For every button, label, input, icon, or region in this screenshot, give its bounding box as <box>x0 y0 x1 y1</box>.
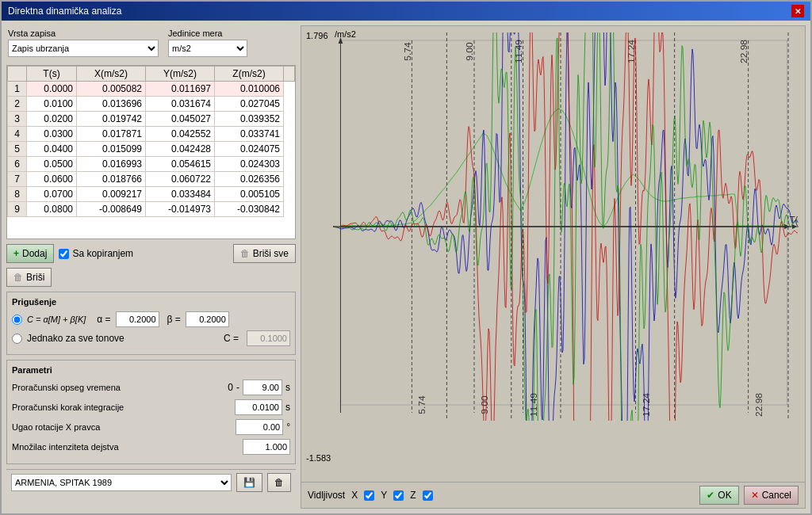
brisi-sve-button[interactable]: 🗑 Briši sve <box>233 244 296 263</box>
z-vis-label: Z <box>410 490 416 501</box>
ugao-input[interactable] <box>236 419 283 435</box>
save-bottom-button[interactable]: 💾 <box>236 473 262 492</box>
table-row[interactable]: 30.02000.0197420.0450270.039352 <box>8 112 295 127</box>
c-label: C = <box>224 333 239 344</box>
title-bar: Direktna dinamička analiza ✕ <box>2 2 810 21</box>
y-visibility-checkbox[interactable] <box>393 490 404 501</box>
sa-kopiranjem-checkbox[interactable] <box>59 249 69 259</box>
ugao-row: Ugao rotacije X pravca ° <box>12 419 290 435</box>
ok-icon: ✔ <box>707 490 714 501</box>
mnozilac-row: Množilac intenziteta dejstva <box>12 439 290 455</box>
alpha-input[interactable] <box>116 311 159 327</box>
col-y: Y(m/s2) <box>146 67 215 82</box>
opseg-to-input[interactable] <box>243 380 282 395</box>
c-input <box>247 330 290 346</box>
sa-kopiranjem-row: Sa kopiranjem <box>59 248 133 259</box>
main-content: Vrsta zapisa Zapis ubrzanja Jedinice mer… <box>2 21 810 513</box>
buttons-row: + Dodaj Sa kopiranjem 🗑 Briši sve <box>6 244 296 263</box>
ok-button[interactable]: ✔ OK <box>699 486 738 505</box>
parametri-section: Parametri Proračunski opseg vremena 0 - … <box>6 360 296 464</box>
cancel-label: Cancel <box>762 490 791 501</box>
brisi-row: 🗑 Briši <box>6 268 296 287</box>
delete-bottom-icon: 🗑 <box>274 477 284 488</box>
mnozilac-input[interactable] <box>243 439 290 455</box>
jedinice-mera-select[interactable]: m/s2 <box>168 40 247 57</box>
formula-row: C = α[M] + β[K] α = β = <box>12 311 290 327</box>
table-row[interactable]: 60.05000.0169930.0546150.024303 <box>8 157 295 172</box>
vrsta-zapisa-select[interactable]: Zapis ubrzanja <box>8 40 159 57</box>
beta-input[interactable] <box>186 311 229 327</box>
window-title: Direktna dinamička analiza <box>8 6 121 17</box>
mnozilac-label: Množilac intenziteta dejstva <box>12 442 243 452</box>
jednako-row: Jednako za sve tonove C = <box>12 330 290 346</box>
cancel-button[interactable]: ✕ Cancel <box>744 486 799 505</box>
table-row[interactable]: 80.07000.0092170.0334840.005105 <box>8 187 295 202</box>
right-panel: /m/s2 1.796 -1.583 <box>301 25 806 509</box>
korak-unit: s <box>285 402 290 413</box>
brisi-sve-icon: 🗑 <box>240 248 250 259</box>
korak-label: Proračunski korak integracije <box>12 402 235 412</box>
sa-kopiranjem-label: Sa kopiranjem <box>72 248 133 259</box>
x-vis-label: X <box>351 490 358 501</box>
opseg-from: 0 <box>228 382 233 393</box>
alpha-label: α = <box>97 314 110 325</box>
cancel-icon: ✕ <box>751 490 759 501</box>
vrsta-zapisa-label: Vrsta zapisa <box>8 29 159 38</box>
table-body: 10.00000.0050820.0116970.01000620.01000.… <box>8 82 295 217</box>
opseg-unit: s <box>285 382 290 393</box>
ok-cancel-bar: ✔ OK ✕ Cancel <box>699 486 799 505</box>
beta-label: β = <box>167 314 181 325</box>
z-visibility-checkbox[interactable] <box>423 490 433 501</box>
korak-input[interactable] <box>235 399 282 415</box>
data-table: T(s) X(m/s2) Y(m/s2) Z(m/s2) 10.00000.00… <box>7 66 295 217</box>
y-vis-label: Y <box>381 490 387 501</box>
close-button[interactable]: ✕ <box>791 5 804 17</box>
earthquake-select[interactable]: ARMENIA, SPITAK 1989 <box>11 474 232 491</box>
opseg-label: Proračunski opseg vremena <box>12 383 228 392</box>
delete-bottom-button[interactable]: 🗑 <box>267 473 291 492</box>
brisi-label: Briši <box>26 272 44 283</box>
visibility-label: Vidljivost <box>308 490 345 501</box>
ugao-label: Ugao rotacije X pravca <box>12 422 236 432</box>
table-row[interactable]: 70.06000.0187660.0607220.026356 <box>8 172 295 187</box>
col-t: T(s) <box>27 67 77 82</box>
table-row[interactable]: 90.0800-0.008649-0.014973-0.030842 <box>8 202 295 217</box>
x-visibility-checkbox[interactable] <box>364 490 374 501</box>
jedinice-mera-label: Jedinice mera <box>168 29 247 38</box>
formula-radio[interactable] <box>12 315 22 325</box>
jedinice-mera-group: Jedinice mera m/s2 <box>168 29 247 57</box>
ugao-inputs: ° <box>236 419 290 435</box>
jednako-label: Jednako za sve tonove <box>27 333 124 344</box>
prigusenje-title: Prigušenje <box>12 297 290 307</box>
y-max-label: 1.796 <box>306 31 328 40</box>
vrsta-zapisa-group: Vrsta zapisa Zapis ubrzanja <box>8 29 159 57</box>
opseg-inputs: 0 - s <box>228 380 290 395</box>
dodaj-label: Dodaj <box>22 248 47 259</box>
jednako-radio[interactable] <box>12 334 22 344</box>
data-table-container: T(s) X(m/s2) Y(m/s2) Z(m/s2) 10.00000.00… <box>6 65 296 239</box>
table-row[interactable]: 10.00000.0050820.0116970.010006 <box>8 82 295 97</box>
table-header-row: T(s) X(m/s2) Y(m/s2) Z(m/s2) <box>8 67 295 82</box>
col-x: X(m/s2) <box>77 67 146 82</box>
dodaj-button[interactable]: + Dodaj <box>6 244 54 263</box>
left-panel: Vrsta zapisa Zapis ubrzanja Jedinice mer… <box>6 25 296 509</box>
prigusenje-section: Prigušenje C = α[M] + β[K] α = β = Jedna… <box>6 292 296 355</box>
col-index <box>8 67 27 82</box>
y-min-label: -1.583 <box>306 453 331 463</box>
brisi-sve-label: Briši sve <box>253 248 289 259</box>
ugao-unit: ° <box>286 422 290 433</box>
col-scroll-space <box>284 67 295 82</box>
parametri-title: Parametri <box>12 365 290 375</box>
table-row[interactable]: 50.04000.0150990.0424280.024075 <box>8 142 295 157</box>
table-row[interactable]: 40.03000.0178710.0425520.033741 <box>8 127 295 142</box>
table-row[interactable]: 20.01000.0136960.0316740.027045 <box>8 97 295 112</box>
visibility-bar: Vidljivost X Y Z <box>308 490 433 501</box>
table-scroll[interactable]: T(s) X(m/s2) Y(m/s2) Z(m/s2) 10.00000.00… <box>7 66 295 239</box>
chart-canvas <box>333 32 799 421</box>
formula-text: C = α[M] + β[K] <box>27 315 86 324</box>
brisi-button[interactable]: 🗑 Briši <box>6 268 52 287</box>
korak-row: Proračunski korak integracije s <box>12 399 290 415</box>
bottom-bar: ARMENIA, SPITAK 1989 💾 🗑 <box>6 469 296 495</box>
chart-container: /m/s2 1.796 -1.583 <box>301 26 805 482</box>
korak-inputs: s <box>235 399 290 415</box>
